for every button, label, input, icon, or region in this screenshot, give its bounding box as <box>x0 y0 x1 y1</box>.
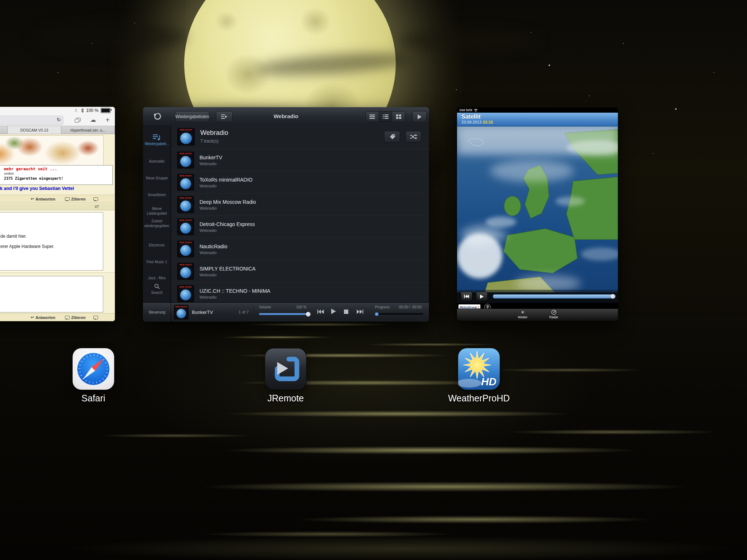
tab-label: Radar <box>549 315 558 319</box>
new-tab-icon[interactable]: + <box>105 116 110 124</box>
track-position: 1 of 7 <box>239 310 249 314</box>
sidebar-item-wiedergabelisten[interactable]: Wiedergabeli... <box>143 134 171 146</box>
play-button[interactable] <box>331 309 336 316</box>
tab-radar[interactable]: Radar <box>542 310 565 319</box>
view-list-button[interactable] <box>379 112 392 122</box>
app-card-safari[interactable]: ☾ 100 % ↻ ☁ + ebcam/bfe Olde.. <box>0 107 115 321</box>
back-button[interactable] <box>152 112 163 121</box>
multiquote-icon <box>93 316 98 319</box>
webradio-thumbnail: WEB RADIO <box>178 152 194 168</box>
track-row[interactable]: WEB RADIO ToXoRs minimalRADIOWebradio <box>171 171 429 194</box>
multiquote-button[interactable] <box>93 314 98 321</box>
headphones-icon <box>179 155 192 164</box>
play-icon <box>418 114 422 119</box>
post-signature-area <box>0 276 103 312</box>
playlists-button[interactable]: Wiedergabelisten <box>175 111 209 122</box>
track-subtitle: Webradio <box>200 162 222 166</box>
map-time: 23:15 <box>483 120 493 124</box>
address-bar[interactable]: ↻ <box>0 116 63 125</box>
playlist-jump-button[interactable] <box>216 111 233 122</box>
track-row[interactable]: WEB RADIO SIMPLY ELECTRONICAWebradio <box>171 260 429 283</box>
post-header: #7 <box>0 204 115 210</box>
rewind-button[interactable] <box>461 292 472 301</box>
progress-slider[interactable] <box>375 313 423 315</box>
tab-wetter[interactable]: ☀ Wetter <box>511 310 534 319</box>
previous-button[interactable] <box>317 309 324 315</box>
rows-icon <box>369 114 375 119</box>
safari-toolbar: ↻ ☁ + <box>0 114 115 126</box>
reply-label: Antworten <box>35 315 55 320</box>
track-row[interactable]: WEB RADIO UZIC.CH :: TECHNO - MINIMAWebr… <box>171 283 429 303</box>
webradio-thumbnail: WEB RADIO <box>178 174 194 190</box>
view-rows-button[interactable] <box>366 112 379 122</box>
nav-play-button[interactable] <box>412 111 427 122</box>
multiquote-button[interactable] <box>93 195 98 203</box>
satellite-map[interactable] <box>457 127 618 292</box>
volume-fill <box>259 313 308 315</box>
sidebar-item-fine-music[interactable]: Fine Music 1 <box>143 260 171 264</box>
webradio-thumbnail: WEB RADIO <box>178 285 194 302</box>
sidebar-item-label: Fine Music 1 <box>147 260 167 264</box>
sidebar-item-neue-gruppe[interactable]: Neue Gruppe <box>143 176 171 180</box>
time-slider[interactable] <box>493 294 616 299</box>
sidebar-item-steuerung[interactable]: Steuerung <box>143 303 171 322</box>
map-timestamp: 23.09.2013 23:15 <box>461 120 614 125</box>
webradio-thumbnail: WEB RADIO <box>178 263 194 279</box>
next-button[interactable] <box>356 309 363 315</box>
app-label-weatherprohd: WeatherProHD <box>448 393 510 404</box>
playlist-header: WEB RADIO Webradio 7 track(s) <box>171 125 429 149</box>
tag-button[interactable] <box>384 131 400 143</box>
track-subtitle: Webradio <box>200 273 256 277</box>
quote-label: Zitieren <box>71 315 86 320</box>
back-icon <box>153 112 162 121</box>
reply-button[interactable]: ↩ Antworten <box>31 195 55 203</box>
track-subtitle: Webradio <box>200 228 255 233</box>
quote-button[interactable]: Zitieren <box>65 195 86 203</box>
track-row[interactable]: WEB RADIO NauticRadioWebradio <box>171 238 429 260</box>
animation-play-button[interactable] <box>476 292 488 301</box>
volume-slider[interactable] <box>259 313 308 315</box>
app-icon-jremote[interactable] <box>265 348 306 390</box>
forum-link[interactable]: k and i'll give you Sebastian Vettel <box>0 186 74 191</box>
progress-knob[interactable] <box>375 312 379 316</box>
sidebar-item-zuletzt[interactable]: Zuletzt wiedergegeben <box>143 219 171 228</box>
app-icon-safari[interactable] <box>73 348 114 390</box>
app-card-weatherprohd[interactable]: SIM fehlt Satellit 23.09.2013 23:15 <box>457 108 618 321</box>
browser-tab-1[interactable]: ebcam/bfe Olde... <box>0 126 8 134</box>
reply-button[interactable]: ↩ Antworten <box>31 314 55 321</box>
track-count: 7 track(s) <box>200 139 218 144</box>
volume-knob[interactable] <box>306 312 311 316</box>
track-row[interactable]: WEB RADIO Deep Mix Moscow RadioWebradio <box>171 194 429 216</box>
volume-value: 100 % <box>296 305 306 309</box>
list-icon <box>383 114 388 119</box>
sidebar-item-search[interactable]: Search <box>143 284 171 295</box>
view-grid-button[interactable] <box>392 112 405 122</box>
browser-tab-3[interactable]: Hyperthread ein- u... <box>61 126 115 134</box>
icloud-tabs-icon[interactable]: ☁ <box>90 117 96 123</box>
forum-action-bar: ↩ Antworten Zitieren <box>0 313 115 321</box>
reply-icon: ↩ <box>31 315 34 320</box>
quote-button[interactable]: Zitieren <box>65 314 86 321</box>
do-not-disturb-moon-icon: ☾ <box>75 108 79 113</box>
shuffle-button[interactable] <box>405 131 421 143</box>
tag-icon <box>389 134 395 140</box>
tabs-icon[interactable] <box>75 118 81 122</box>
play-icon <box>331 309 336 314</box>
sidebar-item-label: Neue Gruppe <box>146 176 168 180</box>
track-row[interactable]: WEB RADIO Detroit-Chicago ExpressWebradi… <box>171 216 429 238</box>
signature-line-2: unden <box>4 171 111 176</box>
time-slider-knob[interactable] <box>611 294 615 299</box>
sidebar-item-lieblingstitel[interactable]: Meine Lieblingstitel <box>143 206 171 216</box>
reload-icon[interactable]: ↻ <box>57 117 61 122</box>
stop-button[interactable] <box>344 309 348 315</box>
sidebar-item-autoradio[interactable]: Autoradio <box>143 159 171 164</box>
track-row[interactable]: WEB RADIO BunkerTVWebradio <box>171 149 429 171</box>
app-card-jremote[interactable]: Wiedergabelisten Webradio <box>143 107 429 322</box>
weather-status-bar: SIM fehlt <box>457 108 618 113</box>
sidebar-item-electronic[interactable]: Electronic <box>143 243 171 248</box>
app-icon-weatherprohd[interactable]: HD <box>458 348 500 390</box>
browser-tab-2[interactable]: DOSCAM V0.13 <box>8 126 61 134</box>
sidebar-item-smartlisten[interactable]: Smartlisten <box>143 192 171 197</box>
jremote-sidebar: Wiedergabeli... Autoradio Neue Gruppe Sm… <box>143 125 171 303</box>
sidebar-item-jazz[interactable]: Jazz - Mos <box>143 276 171 280</box>
